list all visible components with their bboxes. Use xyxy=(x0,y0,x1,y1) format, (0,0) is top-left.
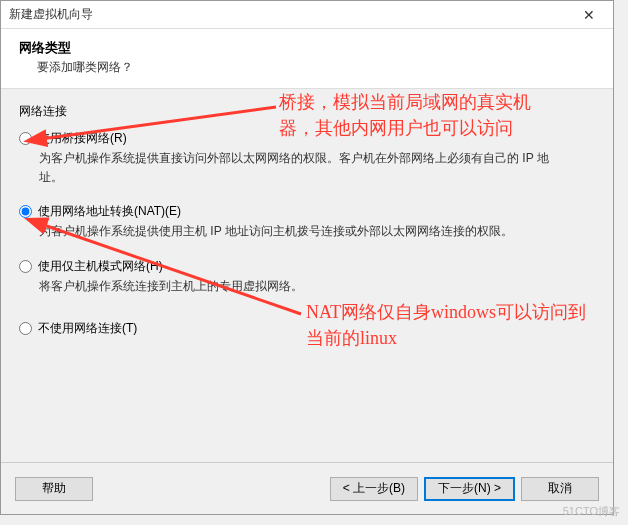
radio-row-none[interactable]: 不使用网络连接(T) xyxy=(19,320,595,337)
wizard-footer: 帮助 < 上一步(B) 下一步(N) > 取消 xyxy=(1,462,613,514)
radio-label-hostonly: 使用仅主机模式网络(H) xyxy=(38,258,163,275)
radio-none[interactable] xyxy=(19,322,32,335)
radio-row-nat[interactable]: 使用网络地址转换(NAT)(E) xyxy=(19,203,595,220)
radio-label-nat: 使用网络地址转换(NAT)(E) xyxy=(38,203,181,220)
page-subtitle: 要添加哪类网络？ xyxy=(37,59,595,76)
radio-bridged[interactable] xyxy=(19,132,32,145)
radio-label-none: 不使用网络连接(T) xyxy=(38,320,137,337)
wizard-dialog: 新建虚拟机向导 ✕ 网络类型 要添加哪类网络？ 网络连接 使用桥接网络(R) 为… xyxy=(0,0,614,515)
radio-desc-bridged: 为客户机操作系统提供直接访问外部以太网网络的权限。客户机在外部网络上必须有自己的… xyxy=(39,149,559,187)
radio-desc-hostonly: 将客户机操作系统连接到主机上的专用虚拟网络。 xyxy=(39,277,559,296)
wizard-header: 网络类型 要添加哪类网络？ xyxy=(1,29,613,89)
titlebar: 新建虚拟机向导 ✕ xyxy=(1,1,613,29)
radio-label-bridged: 使用桥接网络(R) xyxy=(38,130,127,147)
close-button[interactable]: ✕ xyxy=(573,4,605,26)
radio-desc-nat: 为客户机操作系统提供使用主机 IP 地址访问主机拨号连接或外部以太网网络连接的权… xyxy=(39,222,559,241)
help-button[interactable]: 帮助 xyxy=(15,477,93,501)
page-title: 网络类型 xyxy=(19,39,595,57)
group-label-network: 网络连接 xyxy=(19,103,595,120)
cancel-button[interactable]: 取消 xyxy=(521,477,599,501)
wizard-content: 网络连接 使用桥接网络(R) 为客户机操作系统提供直接访问外部以太网网络的权限。… xyxy=(1,89,613,462)
radio-hostonly[interactable] xyxy=(19,260,32,273)
close-icon: ✕ xyxy=(583,7,595,23)
radio-nat[interactable] xyxy=(19,205,32,218)
window-title: 新建虚拟机向导 xyxy=(9,6,93,23)
back-button[interactable]: < 上一步(B) xyxy=(330,477,418,501)
radio-row-bridged[interactable]: 使用桥接网络(R) xyxy=(19,130,595,147)
next-button[interactable]: 下一步(N) > xyxy=(424,477,515,501)
radio-row-hostonly[interactable]: 使用仅主机模式网络(H) xyxy=(19,258,595,275)
watermark-text: 51CTO博客 xyxy=(563,504,620,519)
